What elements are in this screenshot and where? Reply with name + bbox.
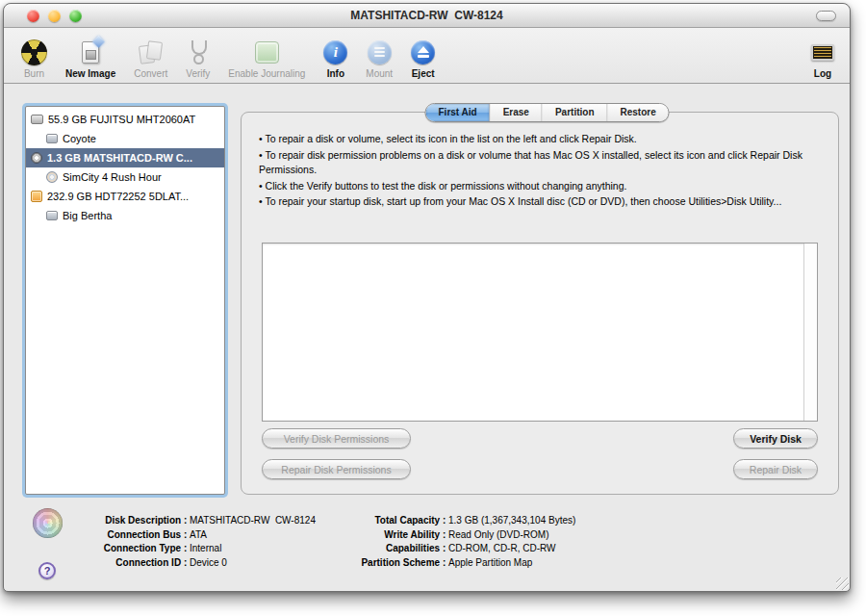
toolbar-item-convert[interactable]: Convert [134, 37, 167, 79]
toolbar-label: Verify [186, 68, 210, 79]
toolbar: BurnNew ImageConvertVerifyEnable Journal… [4, 28, 850, 84]
toolbar-label: Convert [134, 68, 167, 79]
info-label: Connection Bus [60, 528, 190, 543]
sidebar-item-label: 55.9 GB FUJITSU MHT2060AT [48, 114, 195, 125]
toolbar-label: New Image [65, 68, 115, 79]
instruction-bullet: Click the Verify buttons to test the dis… [259, 179, 815, 194]
disk-info-left-column: Disk DescriptionMATSHITACD-RW CW-8124Con… [60, 514, 316, 571]
info-label: Disk Description [60, 514, 190, 528]
instruction-bullet: To repair your startup disk, start up fr… [259, 194, 815, 210]
toolbar-toggle-button[interactable] [816, 11, 836, 21]
toolbar-item-new-image[interactable]: New Image [65, 37, 115, 79]
info-value: Read Only (DVD-ROM) [448, 528, 548, 543]
sidebar-item-label: 1.3 GB MATSHITACD-RW C... [47, 152, 192, 164]
info-row-total-capacity: Total Capacity1.3 GB (1,367,343,104 Byte… [350, 514, 575, 528]
sidebar-item-232-9-gb-hdt72252-5dlat[interactable]: 232.9 GB HDT72252 5DLAT... [26, 187, 224, 206]
tab-first-aid[interactable]: First Aid [426, 104, 491, 121]
info-label: Total Capacity [350, 514, 448, 528]
scrollbar-track[interactable] [803, 244, 817, 421]
toolbar-label: Mount [366, 68, 393, 79]
toolbar-label: Burn [24, 68, 44, 79]
repair-disk-permissions-button[interactable]: Repair Disk Permissions [262, 459, 411, 479]
disk-info-right-column: Total Capacity1.3 GB (1,367,343,104 Byte… [350, 514, 575, 571]
disk-utility-window: MATSHITACD-RW CW-8124 BurnNew ImageConve… [3, 3, 851, 592]
eject-icon [411, 40, 435, 64]
sidebar-item-1-3-gb-matshitacd-rw-c[interactable]: 1.3 GB MATSHITACD-RW C... [26, 148, 224, 167]
info-row-connection-type: Connection TypeInternal [60, 542, 316, 556]
volume-icon [46, 211, 58, 220]
info-label: Connection Type [60, 542, 190, 556]
sidebar-item-label: Coyote [63, 133, 96, 144]
disk-icon [31, 115, 43, 124]
burn-icon [21, 39, 47, 65]
toolbar-item-mount[interactable]: Mount [366, 37, 393, 79]
toolbar-item-enable-journaling[interactable]: Enable Journaling [228, 37, 305, 79]
toolbar-label: Info [327, 68, 344, 79]
volume-icon [46, 134, 58, 143]
info-icon [323, 40, 347, 64]
mount-icon [368, 40, 392, 64]
verify-disk-permissions-button[interactable]: Verify Disk Permissions [262, 428, 411, 449]
first-aid-report-area [262, 243, 818, 422]
first-aid-pane: First AidErasePartitionRestore To repair… [241, 112, 839, 495]
disc-icon [46, 171, 58, 183]
info-label: Partition Scheme [350, 556, 448, 571]
info-value: CD-ROM, CD-R, CD-RW [448, 542, 555, 556]
info-value: Apple Partition Map [448, 556, 532, 571]
verify-disk-button[interactable]: Verify Disk [733, 428, 818, 449]
sidebar-item-55-9-gb-fujitsu-mht2060at[interactable]: 55.9 GB FUJITSU MHT2060AT [26, 110, 224, 129]
toolbar-label: Log [814, 68, 831, 79]
info-value: Device 0 [190, 556, 227, 571]
instruction-bullet: To repair a disk or volume, select its i… [259, 132, 815, 147]
info-value: ATA [190, 528, 207, 543]
sidebar-item-label: 232.9 GB HDT72252 5DLAT... [47, 191, 189, 202]
info-label: Capabilities [350, 542, 448, 556]
enable-journaling-icon [255, 41, 279, 64]
tab-restore[interactable]: Restore [608, 104, 669, 121]
info-row-write-ability: Write AbilityRead Only (DVD-ROM) [350, 528, 575, 543]
verify-icon [187, 39, 210, 65]
optical-drive-icon [31, 152, 42, 164]
sidebar-item-label: Big Bertha [63, 210, 112, 221]
info-value: 1.3 GB (1,367,343,104 Bytes) [448, 514, 575, 528]
toolbar-item-info[interactable]: Info [323, 37, 347, 79]
first-aid-instructions: To repair a disk or volume, select its i… [259, 132, 815, 211]
new-image-icon [82, 41, 99, 64]
sidebar-item-simcity-4-rush-hour[interactable]: SimCity 4 Rush Hour [26, 167, 224, 187]
info-row-partition-scheme: Partition SchemeApple Partition Map [350, 556, 575, 571]
convert-icon [139, 40, 164, 64]
toolbar-item-burn[interactable]: Burn [21, 37, 47, 79]
info-label: Connection ID [60, 556, 190, 571]
tab-erase[interactable]: Erase [491, 104, 543, 121]
tab-partition[interactable]: Partition [543, 104, 608, 121]
sidebar-item-label: SimCity 4 Rush Hour [63, 171, 162, 183]
info-row-connection-bus: Connection BusATA [60, 528, 316, 543]
sidebar-item-big-bertha[interactable]: Big Bertha [26, 206, 224, 225]
info-row-connection-id: Connection IDDevice 0 [60, 556, 316, 571]
external-drive-icon [31, 191, 42, 202]
info-row-disk-description: Disk DescriptionMATSHITACD-RW CW-8124 [60, 514, 316, 528]
instruction-bullet: To repair disk permission problems on a … [259, 148, 815, 178]
toolbar-item-log[interactable]: Log [811, 37, 834, 79]
info-label: Write Ability [350, 528, 448, 543]
window-title: MATSHITACD-RW CW-8124 [4, 9, 850, 22]
repair-disk-button[interactable]: Repair Disk [733, 459, 818, 479]
help-button[interactable]: ? [38, 562, 56, 579]
toolbar-label: Enable Journaling [228, 68, 305, 79]
disk-list[interactable]: 55.9 GB FUJITSU MHT2060ATCoyote1.3 GB MA… [25, 106, 225, 495]
tab-group: First AidErasePartitionRestore [425, 103, 670, 122]
log-icon [811, 44, 834, 61]
toolbar-item-eject[interactable]: Eject [411, 37, 435, 79]
selected-disc-icon [33, 508, 63, 538]
info-row-capabilities: CapabilitiesCD-ROM, CD-R, CD-RW [350, 542, 575, 556]
title-bar[interactable]: MATSHITACD-RW CW-8124 [4, 4, 850, 28]
sidebar-item-coyote[interactable]: Coyote [26, 129, 224, 148]
toolbar-label: Eject [412, 68, 435, 79]
info-value: MATSHITACD-RW CW-8124 [190, 514, 316, 528]
info-value: Internal [190, 542, 221, 556]
resize-grip[interactable] [836, 578, 849, 590]
toolbar-item-verify[interactable]: Verify [186, 37, 210, 79]
